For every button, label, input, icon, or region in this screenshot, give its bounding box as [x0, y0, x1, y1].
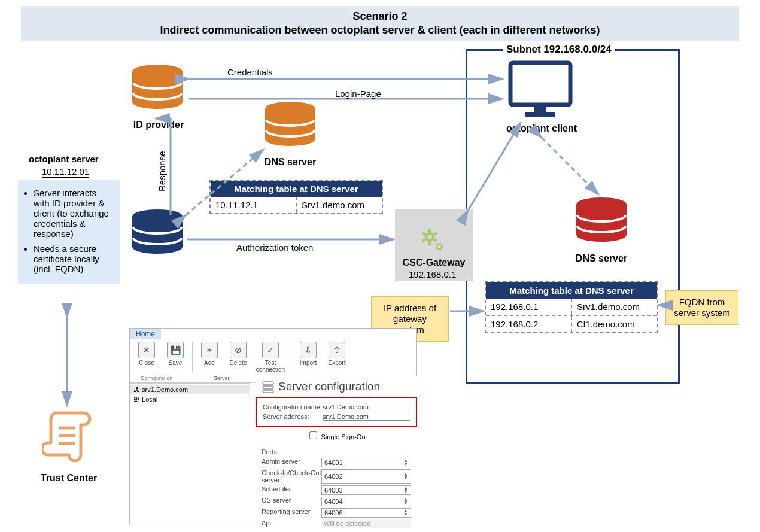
- svg-line-24: [468, 123, 521, 211]
- port-admin[interactable]: 64001▲▼: [321, 458, 411, 467]
- tree-item-local[interactable]: 🖳 Local: [130, 394, 250, 404]
- port-os[interactable]: 64004▲▼: [321, 497, 411, 506]
- credentials-label: Credentials: [227, 67, 273, 77]
- svg-rect-30: [263, 386, 273, 389]
- panel-title: Server configuration: [256, 376, 417, 397]
- server-config-panel: Home ✕Close 💾Save ＋Add ⊘Delete ✓Test con…: [129, 328, 417, 525]
- response-label: Response: [157, 151, 167, 191]
- port-api: Will be detected: [321, 519, 411, 528]
- config-name-field[interactable]: srv1.Demo.com: [323, 403, 410, 411]
- tree-item-srv1[interactable]: 🖧 srv1.Demo.com: [130, 385, 250, 394]
- sso-checkbox[interactable]: [309, 431, 317, 439]
- import-icon: ⇩: [300, 342, 317, 358]
- test-conn-button[interactable]: ✓Test connection: [254, 342, 287, 373]
- delete-icon: ⊘: [230, 342, 247, 358]
- ports-title: Ports: [262, 448, 411, 455]
- import-button[interactable]: ⇩Import: [295, 342, 321, 373]
- port-cico[interactable]: 64002▲▼: [321, 469, 411, 484]
- delete-button[interactable]: ⊘Delete: [225, 342, 251, 373]
- save-icon: 💾: [167, 342, 184, 358]
- port-reporting[interactable]: 64006▲▼: [321, 508, 411, 518]
- svg-line-25: [542, 138, 598, 194]
- svg-rect-29: [263, 382, 273, 385]
- save-button[interactable]: 💾Save: [162, 342, 189, 373]
- add-button[interactable]: ＋Add: [196, 342, 223, 373]
- close-icon: ✕: [138, 342, 155, 358]
- login-page-label: Login-Page: [335, 89, 381, 99]
- export-icon: ⇧: [329, 342, 345, 358]
- close-button[interactable]: ✕Close: [133, 342, 160, 373]
- export-button[interactable]: ⇧Export: [324, 342, 350, 373]
- svg-rect-31: [263, 390, 273, 393]
- auth-token-label: Authorization token: [236, 242, 313, 253]
- server-icon: [262, 380, 275, 393]
- add-icon: ＋: [201, 342, 218, 358]
- server-config-detail: Server configuration Configuration name:…: [256, 376, 417, 532]
- check-icon: ✓: [262, 342, 279, 358]
- port-scheduler[interactable]: 64003▲▼: [321, 485, 411, 495]
- svg-line-22: [186, 150, 263, 215]
- server-tree: 🖧 srv1.Demo.com 🖳 Local: [130, 383, 250, 405]
- home-tab[interactable]: Home: [130, 329, 161, 339]
- server-address-field[interactable]: srv1.Demo.com: [323, 413, 410, 421]
- config-highlight-box: Configuration name:srv1.Demo.com Server …: [256, 397, 417, 427]
